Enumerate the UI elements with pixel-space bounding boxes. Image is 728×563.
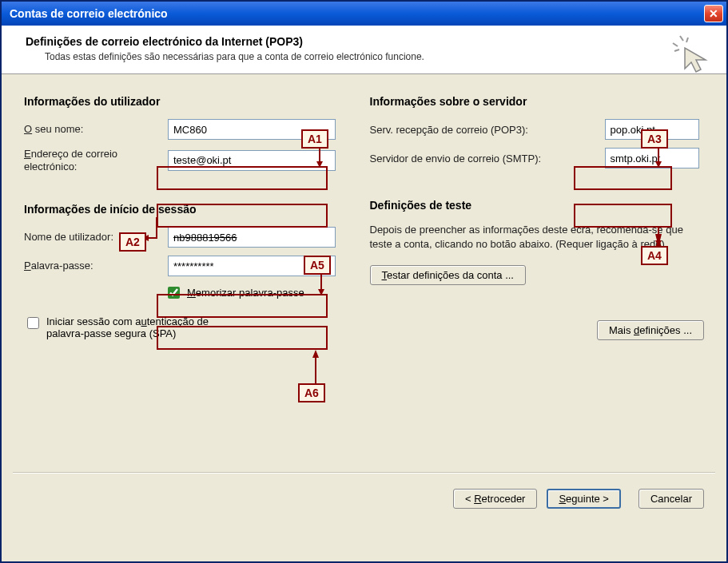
section-login-info: Informações de início de sessão — [24, 203, 359, 216]
pop3-label: Serv. recepção de correio (POP3): — [370, 124, 605, 136]
username-input[interactable] — [168, 227, 336, 248]
dialog-window: Contas de correio electrónico ✕ Definiçõ… — [0, 0, 728, 563]
svg-line-0 — [680, 36, 683, 41]
dialog-header: Definições de correio electrónico da Int… — [2, 26, 726, 74]
cursor-star-icon — [670, 34, 710, 73]
close-button[interactable]: ✕ — [704, 5, 723, 22]
username-label: Nome de utilizador: — [24, 231, 168, 244]
spa-checkbox[interactable] — [27, 317, 39, 329]
email-input[interactable] — [168, 150, 336, 171]
left-column: Informações do utilizador O seu nome: En… — [24, 90, 359, 344]
test-description: Depois de preencher as informações deste… — [370, 223, 705, 251]
your-name-label: O seu nome: — [24, 123, 168, 136]
more-settings-button[interactable]: Mais definições ... — [597, 320, 704, 340]
next-button[interactable]: Seguinte > — [547, 489, 621, 509]
titlebar: Contas de correio electrónico ✕ — [2, 2, 726, 26]
smtp-input[interactable] — [605, 148, 699, 169]
header-subtitle: Todas estas definições são necessárias p… — [45, 51, 710, 62]
pop3-input[interactable] — [605, 119, 699, 140]
back-button[interactable]: < Retroceder — [453, 489, 538, 509]
section-user-info: Informações do utilizador — [24, 95, 359, 108]
smtp-label: Servidor de envio de correio (SMTP): — [370, 153, 605, 165]
dialog-body: Informações do utilizador O seu nome: En… — [2, 74, 726, 523]
test-account-button[interactable]: Testar definições da conta ... — [370, 265, 526, 285]
remember-password-checkbox[interactable] — [168, 287, 180, 299]
section-server-info: Informações sobre o servidor — [370, 95, 705, 108]
svg-line-3 — [674, 50, 679, 51]
header-title: Definições de correio electrónico da Int… — [26, 35, 710, 48]
svg-line-1 — [673, 43, 678, 46]
cancel-button[interactable]: Cancelar — [638, 489, 704, 509]
spa-label: Iniciar sessão com autenticação de palav… — [46, 315, 209, 339]
password-label: Palavra-passe: — [24, 260, 168, 272]
remember-password-label: Memorizar palavra-passe — [187, 287, 304, 299]
right-column: Informações sobre o servidor Serv. recep… — [370, 90, 705, 344]
your-name-input[interactable] — [168, 119, 336, 140]
password-input[interactable] — [168, 256, 336, 276]
footer-divider — [13, 472, 715, 474]
close-icon: ✕ — [709, 7, 718, 20]
svg-line-2 — [686, 38, 688, 42]
email-label: Endereço de correio electrónico: — [24, 148, 168, 172]
section-test-info: Definições de teste — [370, 199, 705, 212]
window-title: Contas de correio electrónico — [10, 7, 168, 20]
wizard-buttons: < Retroceder Seguinte > Cancelar — [453, 489, 704, 509]
